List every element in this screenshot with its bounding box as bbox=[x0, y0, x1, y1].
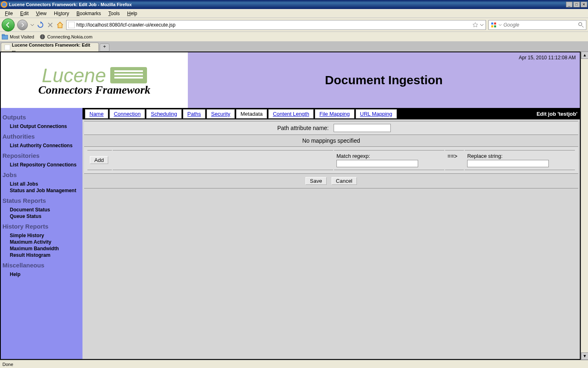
app-tab-security[interactable]: Security bbox=[207, 109, 235, 119]
scroll-down-icon[interactable]: ▼ bbox=[581, 352, 588, 360]
sidebar-link[interactable]: Result Histogram bbox=[2, 252, 82, 258]
folder-icon bbox=[2, 34, 8, 40]
google-icon bbox=[490, 22, 497, 28]
firefox-icon bbox=[1, 1, 7, 8]
search-engine-dropdown-icon[interactable] bbox=[499, 23, 502, 27]
globe-icon bbox=[39, 34, 46, 40]
arrow-right-icon bbox=[20, 22, 25, 27]
bookmark-star-icon[interactable] bbox=[472, 22, 478, 28]
app-tab-row: NameConnectionSchedulingPathsSecurityMet… bbox=[82, 108, 580, 119]
app-tab-connection[interactable]: Connection bbox=[109, 109, 145, 119]
menu-edit[interactable]: Edit bbox=[17, 10, 32, 17]
sidebar-link[interactable]: Queue Status bbox=[2, 213, 82, 220]
sidebar: OutputsList Output ConnectionsAuthoritie… bbox=[1, 108, 82, 359]
sidebar-link[interactable]: List Output Connections bbox=[2, 123, 82, 130]
navigation-toolbar bbox=[0, 18, 588, 32]
logo-line2: Connectors Framework bbox=[38, 83, 151, 96]
svg-rect-1 bbox=[494, 22, 496, 25]
menu-bookmarks[interactable]: Bookmarks bbox=[73, 10, 104, 17]
sidebar-section-title: Status Reports bbox=[2, 197, 82, 204]
sidebar-section-title: Repositories bbox=[2, 152, 82, 159]
stop-icon bbox=[47, 21, 54, 29]
home-icon bbox=[56, 21, 64, 29]
page-header: Lucene Connectors Framework Apr 15, 2010… bbox=[1, 52, 580, 108]
app-tab-name[interactable]: Name bbox=[85, 109, 108, 119]
sidebar-link[interactable]: Maximum Activity bbox=[2, 239, 82, 245]
scroll-up-icon[interactable]: ▲ bbox=[581, 52, 588, 59]
statusbar: Done bbox=[0, 360, 588, 368]
app-tab-paths[interactable]: Paths bbox=[183, 109, 205, 119]
stop-button[interactable] bbox=[47, 21, 54, 29]
sidebar-section-title: Outputs bbox=[2, 114, 82, 121]
timestamp: Apr 15, 2010 11:12:08 AM bbox=[519, 55, 576, 61]
app-tab-file-mapping[interactable]: File Mapping bbox=[315, 109, 354, 119]
sidebar-link[interactable]: Help bbox=[2, 271, 82, 278]
new-tab-button[interactable]: + bbox=[100, 43, 109, 52]
back-button[interactable] bbox=[2, 18, 15, 31]
sidebar-link[interactable]: Document Status bbox=[2, 206, 82, 213]
search-box[interactable] bbox=[488, 20, 586, 30]
search-icon[interactable] bbox=[578, 22, 584, 28]
menubar: File Edit View History Bookmarks Tools H… bbox=[0, 9, 588, 18]
match-regexp-input[interactable] bbox=[336, 160, 418, 167]
replace-string-input[interactable] bbox=[467, 160, 549, 167]
workspace: NameConnectionSchedulingPathsSecurityMet… bbox=[82, 108, 580, 359]
cancel-button[interactable]: Cancel bbox=[332, 177, 357, 185]
menu-file[interactable]: File bbox=[2, 10, 16, 17]
header-right: Apr 15, 2010 11:12:08 AM Document Ingest… bbox=[188, 52, 580, 108]
menu-tools[interactable]: Tools bbox=[105, 10, 123, 17]
bookmark-nokia[interactable]: Connecting.Nokia.com bbox=[39, 34, 93, 40]
bookmark-label: Connecting.Nokia.com bbox=[47, 34, 93, 39]
browser-tab-active[interactable]: Lucene Connectors Framework: Edit ... bbox=[1, 43, 99, 52]
sidebar-link[interactable]: Maximum Bandwidth bbox=[2, 245, 82, 252]
search-input[interactable] bbox=[503, 22, 576, 28]
menu-help[interactable]: Help bbox=[124, 10, 140, 17]
close-button[interactable]: ✕ bbox=[581, 2, 587, 7]
app-tab-content-length[interactable]: Content Length bbox=[268, 109, 314, 119]
sidebar-link[interactable]: List Authority Connections bbox=[2, 142, 82, 149]
url-bar[interactable] bbox=[66, 20, 486, 30]
replace-label: Replace string: bbox=[467, 153, 572, 159]
sidebar-link[interactable]: Status and Job Management bbox=[2, 187, 82, 194]
menu-view[interactable]: View bbox=[33, 10, 50, 17]
logo-area: Lucene Connectors Framework bbox=[1, 52, 188, 108]
svg-rect-2 bbox=[491, 25, 493, 27]
form-area: Path attribute name: No mappings specifi… bbox=[82, 119, 580, 190]
svg-rect-3 bbox=[494, 25, 496, 27]
bookmark-label: Most Visited bbox=[10, 34, 34, 39]
app-tab-metadata[interactable]: Metadata bbox=[236, 109, 267, 119]
maximize-button[interactable]: □ bbox=[573, 2, 580, 7]
bookmark-most-visited[interactable]: Most Visited bbox=[2, 34, 34, 40]
arrow-left-icon bbox=[5, 22, 11, 28]
match-label: Match regexp: bbox=[336, 153, 442, 159]
url-dropdown-icon[interactable] bbox=[480, 23, 484, 27]
app-tab-scheduling[interactable]: Scheduling bbox=[146, 109, 181, 119]
no-mappings-message: No mappings specified bbox=[84, 135, 578, 147]
save-button[interactable]: Save bbox=[305, 177, 327, 185]
history-dropdown-icon[interactable] bbox=[30, 23, 34, 27]
browser-tab-label: Lucene Connectors Framework: Edit ... bbox=[12, 43, 95, 52]
vertical-scrollbar[interactable]: ▲ ▼ bbox=[581, 52, 588, 360]
app-tab-url-mapping[interactable]: URL Mapping bbox=[356, 109, 397, 119]
minimize-button[interactable]: _ bbox=[566, 2, 572, 7]
window-title: Lucene Connectors Framework: Edit Job - … bbox=[9, 2, 132, 7]
sidebar-section-title: Miscellaneous bbox=[2, 262, 82, 269]
status-text: Done bbox=[2, 362, 13, 367]
home-button[interactable] bbox=[56, 21, 64, 29]
add-button[interactable]: Add bbox=[90, 156, 108, 164]
sidebar-link[interactable]: List all Jobs bbox=[2, 181, 82, 187]
sidebar-link[interactable]: Simple History bbox=[2, 232, 82, 239]
page-content: Lucene Connectors Framework Apr 15, 2010… bbox=[0, 52, 581, 360]
window-titlebar: Lucene Connectors Framework: Edit Job - … bbox=[0, 0, 588, 9]
reload-button[interactable] bbox=[37, 21, 44, 29]
sidebar-link[interactable]: List Repository Connections bbox=[2, 162, 82, 168]
bookmarks-toolbar: Most Visited Connecting.Nokia.com bbox=[0, 32, 588, 42]
page-favicon bbox=[68, 22, 75, 28]
svg-rect-0 bbox=[491, 22, 493, 25]
forward-button[interactable] bbox=[17, 20, 28, 30]
logo-swoosh-icon bbox=[110, 67, 147, 83]
svg-rect-6 bbox=[2, 34, 4, 36]
path-attr-input[interactable] bbox=[334, 124, 391, 132]
menu-history[interactable]: History bbox=[51, 10, 72, 17]
url-input[interactable] bbox=[76, 22, 471, 28]
